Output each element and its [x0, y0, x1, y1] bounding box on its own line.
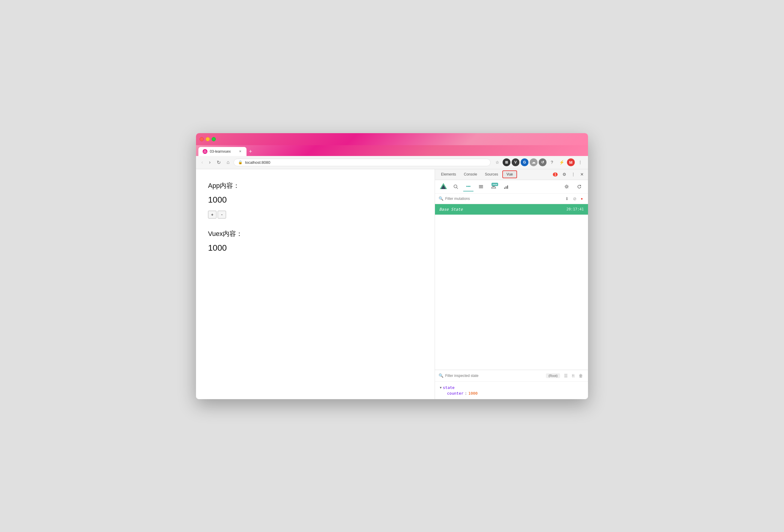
counter-buttons: + - [208, 211, 423, 219]
state-node: ▼ state counter : 1000 [440, 385, 583, 396]
svg-point-7 [468, 186, 469, 187]
svg-rect-18 [507, 186, 508, 189]
extensions-button[interactable]: ⚡ [557, 158, 566, 167]
browser-tab[interactable]: 03-learnvuex ✕ [198, 147, 247, 156]
app-counter-value: 1000 [208, 195, 423, 205]
filter-input-wrap: 🔍 [439, 196, 561, 201]
tab-console[interactable]: Console [460, 170, 481, 178]
state-key-row: ▼ state [440, 385, 583, 390]
url-bar[interactable]: 🔒 localhost:8080 [233, 159, 491, 166]
svg-point-15 [493, 186, 494, 187]
main-content: App内容： 1000 + - Vuex内容： 1000 Elements Co… [196, 169, 588, 399]
svg-rect-11 [479, 185, 483, 186]
svg-line-5 [457, 188, 458, 189]
colon: : [465, 391, 467, 396]
filter-state-input[interactable] [445, 373, 543, 378]
clear-mutations-button[interactable]: ⊘ [571, 195, 578, 202]
home-button[interactable]: ⌂ [225, 159, 231, 166]
filter-state-button[interactable]: ☰ [562, 372, 569, 379]
vue-settings-button[interactable] [562, 182, 572, 191]
devtools-panel: Elements Console Sources Vue 1 ⚙ ⋮ [435, 169, 588, 399]
state-filter-bar: 🔍 (Root) ☰ ⎘ 🗑 [435, 370, 588, 382]
devtools-settings-button[interactable]: ⚙ [561, 171, 568, 178]
traffic-lights [200, 137, 216, 141]
record-button[interactable]: ● [579, 196, 584, 202]
devtools-more-button[interactable]: ⋮ [569, 171, 577, 178]
devtools-tabs-right: 1 ⚙ ⋮ ✕ [551, 171, 586, 178]
app-content-label: App内容： [208, 181, 423, 190]
delete-state-button[interactable]: 🗑 [577, 372, 584, 379]
decrement-button[interactable]: - [218, 211, 226, 219]
svg-point-6 [466, 186, 468, 187]
state-tree: ▼ state counter : 1000 [435, 382, 588, 399]
timeline-button[interactable] [463, 182, 473, 192]
error-indicator[interactable]: 1 [551, 171, 559, 178]
vuex-counter-value: 1000 [208, 243, 423, 253]
performance-button[interactable] [501, 182, 511, 191]
ext2-icon[interactable]: G [521, 159, 529, 166]
account-icon[interactable]: M [567, 159, 575, 166]
menu-button[interactable]: ⋮ [576, 158, 584, 167]
qr-icon[interactable]: ⊞ [503, 159, 510, 166]
state-filter-input-wrap: 🔍 [439, 373, 543, 378]
root-badge[interactable]: (Root) [546, 373, 560, 378]
state-label: state [443, 385, 454, 390]
mutations-list: Base State 20:17:41 [435, 204, 588, 370]
vuex-section: 🔍 ⬇ ⊘ ● Base State 20:17:41 [435, 194, 588, 399]
svg-point-19 [566, 186, 567, 188]
devtools-tabs: Elements Console Sources Vue 1 ⚙ ⋮ [435, 169, 588, 180]
tab-sources[interactable]: Sources [481, 170, 502, 178]
download-mutations-button[interactable]: ⬇ [564, 195, 570, 202]
filter-search-icon: 🔍 [439, 196, 443, 201]
vuex-button[interactable] [476, 182, 486, 191]
address-bar: ‹ › ↻ ⌂ 🔒 localhost:8080 ☆ ⊞ V G ☁ ↺ ? ⚡… [196, 156, 588, 169]
ext4-icon[interactable]: ↺ [539, 159, 547, 166]
tab-vue[interactable]: Vue [502, 170, 517, 178]
address-icons: ☆ ⊞ V G ☁ ↺ ? ⚡ M ⋮ [493, 158, 584, 167]
back-button[interactable]: ‹ [200, 159, 205, 166]
forward-button[interactable]: › [207, 159, 212, 166]
help-button[interactable]: ? [548, 158, 556, 167]
component-inspector-button[interactable] [451, 182, 461, 191]
state-filter-search-icon: 🔍 [439, 373, 443, 378]
svg-point-8 [469, 186, 471, 187]
mutation-name: Base State [439, 207, 566, 212]
copy-state-button[interactable]: ⎘ [570, 372, 576, 379]
vue-toolbar: new [435, 180, 588, 194]
vuex-content-label: Vuex内容： [208, 229, 423, 239]
counter-prop-value: 1000 [468, 391, 478, 396]
lock-icon: 🔒 [238, 160, 243, 164]
url-text: localhost:8080 [245, 160, 486, 165]
state-children: counter : 1000 [440, 391, 583, 396]
svg-rect-17 [506, 186, 507, 189]
minimize-traffic-light[interactable] [206, 137, 210, 141]
tab-elements[interactable]: Elements [438, 170, 459, 178]
close-traffic-light[interactable] [200, 137, 204, 141]
tab-title: 03-learnvuex [210, 149, 236, 153]
state-toggle[interactable]: ▼ [440, 386, 442, 389]
maximize-traffic-light[interactable] [212, 137, 216, 141]
svg-rect-16 [504, 188, 505, 189]
devtools-close-button[interactable]: ✕ [578, 171, 586, 178]
increment-button[interactable]: + [208, 211, 217, 219]
counter-prop-name: counter [447, 391, 464, 396]
tab-close-btn[interactable]: ✕ [238, 149, 242, 153]
webpage-content: App内容： 1000 + - Vuex内容： 1000 [196, 169, 435, 399]
error-badge: 1 [553, 172, 558, 176]
ext3-icon[interactable]: ☁ [530, 159, 537, 166]
svg-rect-12 [479, 186, 483, 187]
state-child-counter: counter : 1000 [447, 391, 583, 396]
tab-bar: 03-learnvuex ✕ + [196, 145, 588, 156]
reload-button[interactable]: ↻ [215, 159, 222, 167]
new-tab-button[interactable]: + [247, 148, 255, 155]
vue-refresh-button[interactable] [574, 182, 584, 191]
tab-favicon [203, 149, 207, 154]
mutation-item[interactable]: Base State 20:17:41 [435, 204, 588, 215]
vue-logo [439, 182, 448, 192]
star-button[interactable]: ☆ [493, 158, 501, 167]
ext1-icon[interactable]: V [512, 159, 520, 166]
filter-mutations-input[interactable] [445, 197, 561, 201]
svg-rect-13 [479, 188, 483, 188]
routing-button[interactable]: new [488, 182, 499, 191]
mutation-time: 20:17:41 [566, 207, 584, 211]
